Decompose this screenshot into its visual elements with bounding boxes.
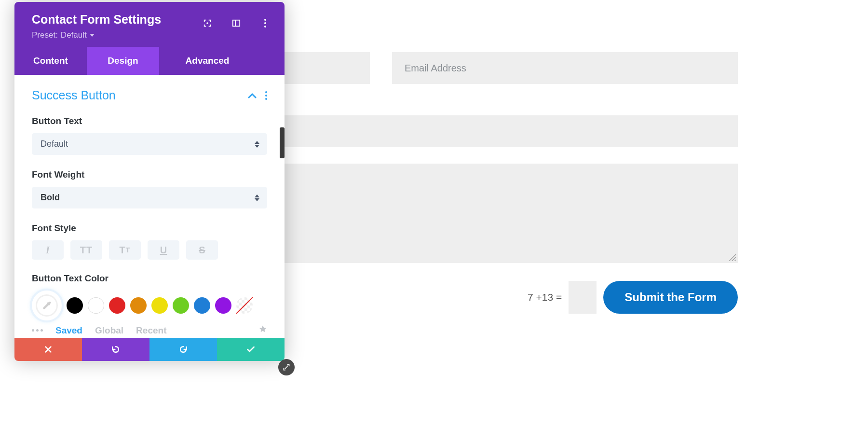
tab-content[interactable]: Content [14, 47, 87, 75]
panel-more-icon[interactable] [260, 18, 270, 28]
button-text-color-label: Button Text Color [32, 273, 267, 284]
resize-handle-icon[interactable] [729, 254, 736, 261]
section-more-icon[interactable] [265, 91, 267, 100]
svg-point-0 [206, 22, 208, 24]
panel-layout-icon[interactable] [231, 18, 241, 28]
color-swatch[interactable] [67, 297, 83, 314]
undo-button[interactable] [82, 338, 149, 361]
email-placeholder: Email Address [405, 63, 466, 74]
palette-more-icon[interactable] [32, 329, 43, 332]
panel-body: Success Button Button Text Default Font … [14, 75, 285, 338]
eyedropper-icon [41, 300, 52, 311]
color-swatch[interactable] [151, 297, 168, 314]
captcha-answer-input[interactable] [569, 281, 597, 314]
settings-panel: Contact Form Settings Preset: Default Co… [14, 2, 285, 361]
check-icon [246, 345, 256, 354]
color-swatch[interactable] [109, 297, 125, 314]
undo-icon [111, 345, 121, 354]
caret-down-icon [90, 33, 95, 38]
font-style-label: Font Style [32, 223, 267, 234]
palette-favorite-icon[interactable] [258, 325, 267, 336]
submit-button-label: Submit the Form [624, 291, 717, 304]
expand-icon[interactable] [203, 18, 212, 28]
color-swatch[interactable] [88, 297, 104, 314]
captcha-question: 7 +13 = [528, 291, 562, 303]
section-title[interactable]: Success Button [32, 88, 116, 102]
chevron-up-icon[interactable] [248, 93, 257, 98]
tab-design[interactable]: Design [87, 47, 159, 75]
panel-header: Contact Form Settings Preset: Default [14, 2, 285, 47]
color-swatch[interactable] [194, 297, 210, 314]
font-style-underline-button[interactable]: U [148, 240, 179, 260]
svg-rect-1 [233, 20, 240, 27]
cancel-button[interactable] [14, 338, 82, 361]
color-swatch[interactable] [236, 297, 253, 314]
resize-diagonal-icon [283, 363, 290, 371]
select-caret-icon [255, 141, 259, 148]
color-swatch[interactable] [173, 297, 189, 314]
color-swatch[interactable] [130, 297, 147, 314]
panel-tabs: Content Design Advanced [14, 47, 285, 75]
font-weight-label: Font Weight [32, 169, 267, 180]
redo-button[interactable] [149, 338, 217, 361]
panel-resize-handle[interactable] [278, 359, 295, 375]
font-style-strikethrough-button[interactable]: S [186, 240, 218, 260]
color-picker-button[interactable] [32, 291, 62, 320]
panel-scrollbar[interactable] [280, 127, 285, 158]
button-text-select[interactable]: Default [32, 133, 267, 155]
select-caret-icon [255, 194, 259, 201]
panel-footer [14, 338, 285, 361]
font-style-italic-button[interactable]: I [32, 240, 64, 260]
close-icon [44, 345, 53, 354]
font-weight-select[interactable]: Bold [32, 187, 267, 208]
preset-selector[interactable]: Preset: Default [32, 30, 267, 40]
submit-button[interactable]: Submit the Form [603, 281, 738, 314]
color-swatch[interactable] [215, 297, 231, 314]
palette-tab-saved[interactable]: Saved [55, 325, 82, 336]
font-style-smallcaps-button[interactable]: TT [109, 240, 141, 260]
email-input[interactable]: Email Address [392, 52, 738, 84]
palette-tab-global[interactable]: Global [95, 325, 123, 336]
tab-advanced[interactable]: Advanced [159, 47, 256, 75]
redo-icon [178, 345, 188, 354]
color-swatch-row [32, 291, 267, 320]
font-style-uppercase-button[interactable]: TT [70, 240, 102, 260]
button-text-label: Button Text [32, 116, 267, 126]
save-button[interactable] [217, 338, 285, 361]
palette-tab-recent[interactable]: Recent [136, 325, 166, 336]
palette-tabs: Saved Global Recent [32, 325, 267, 336]
